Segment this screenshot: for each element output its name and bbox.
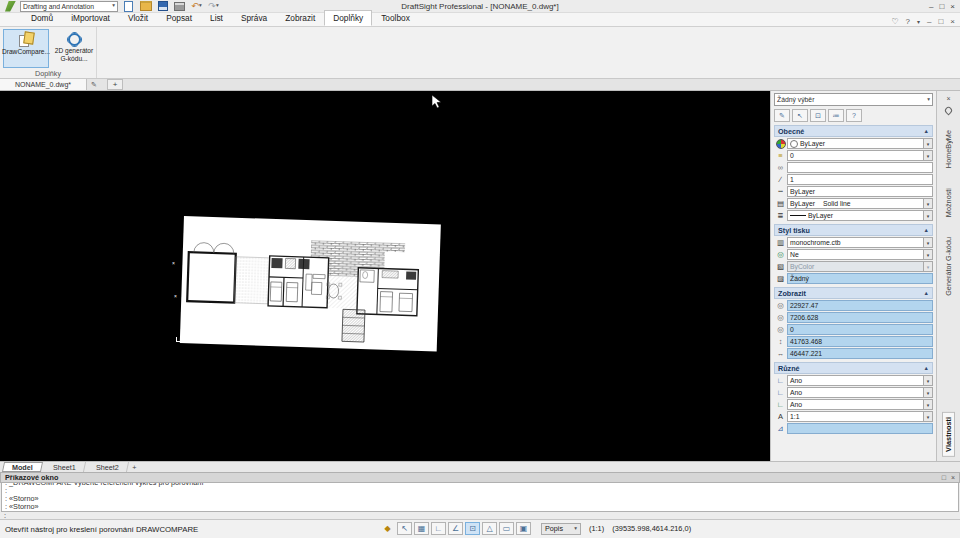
layer-dropdown[interactable]: 0 (787, 150, 933, 161)
palette-close-button[interactable]: × (943, 93, 955, 104)
sheet-tab-sheet2[interactable]: Sheet2 (86, 462, 128, 472)
section-print-style-header[interactable]: Styl tisku ▲ (774, 224, 933, 236)
annotation-scale-icon: A (774, 412, 787, 421)
collapse-arrow-icon: ▲ (924, 290, 929, 296)
section-general-header[interactable]: Obecné ▲ (774, 125, 933, 137)
line-pattern-value: ByLayer (808, 212, 833, 219)
drawcompare-button[interactable]: DrawCompare... (3, 29, 49, 68)
ribbon-tab-bar: Domů iMportovat Vložit Popsat List Správ… (0, 13, 960, 27)
chevron-down-icon: ▾ (574, 526, 577, 532)
annotation-scale-dropdown[interactable]: 1:1 (787, 411, 933, 422)
command-window-header[interactable]: Příkazové okno □ × (0, 472, 960, 483)
edit-annotation-button[interactable]: ✎ (774, 109, 790, 122)
tab-importovat[interactable]: iMportovat (62, 10, 119, 26)
row-hyperlink: ∞ (774, 162, 933, 173)
view-height-icon: ↕ (774, 337, 787, 346)
section-title: Styl tisku (778, 226, 810, 235)
doc-minimize-button[interactable]: – (927, 17, 931, 26)
printstyle-icon: ▧ (774, 262, 787, 271)
add-sheet-button[interactable]: + (127, 462, 141, 472)
section-misc: Různé ▲ ∟ Ano ∟ Ano ∟ Ano A 1:1 (774, 362, 933, 434)
restore-button[interactable]: □ (939, 2, 944, 11)
ucs-icon-origin-dropdown[interactable]: Ano (787, 387, 933, 398)
printstyle-attach-icon: ▨ (774, 274, 787, 283)
tab-homebyme[interactable]: HomeByMe (942, 125, 955, 173)
ribbon-collapse-icon[interactable]: ▾ (917, 18, 920, 25)
ucs-icon-on-dropdown[interactable]: Ano (787, 375, 933, 386)
sheet-tab-sheet1[interactable]: Sheet1 (44, 462, 86, 472)
palette-pin-button[interactable] (943, 104, 955, 115)
tab-sprava[interactable]: Správa (232, 10, 276, 26)
command-line: : (5, 487, 955, 495)
section-title: Zobrazit (778, 289, 806, 298)
tab-toolbox[interactable]: Toolbox (372, 10, 419, 26)
tab-doplnky[interactable]: Doplňky (324, 10, 372, 26)
lineweight-value: ByLayer (790, 200, 815, 207)
ucs-viewport-icon: ∟ (774, 400, 787, 409)
gcode-generator-button[interactable]: 2D generátor G-kódu... (51, 29, 97, 68)
ortho-toggle-icon[interactable]: ∟ (431, 522, 446, 535)
lineweight-display-toggle-icon[interactable]: ▭ (499, 522, 514, 535)
reference-cross-mark: × (172, 261, 175, 266)
sheet-tab-model[interactable]: Model (2, 462, 43, 472)
doc-close-button[interactable]: × (950, 17, 955, 26)
row-annotation-scale: A 1:1 (774, 411, 933, 422)
command-close-button[interactable]: × (951, 474, 955, 481)
select-entities-button[interactable]: ↖ (792, 109, 808, 122)
customize-list-button[interactable]: ≔ (828, 109, 844, 122)
grid-toggle-icon[interactable]: ▦ (414, 522, 429, 535)
command-history[interactable]: : _DRAWCOMPARE Vyberte referenční výkres… (1, 483, 959, 512)
tab-moznosti[interactable]: Možnosti (942, 183, 955, 222)
close-button[interactable]: × (950, 2, 955, 11)
tab-gcode-generator[interactable]: Generátor G-kódu (942, 232, 955, 301)
doc-restore-button[interactable]: □ (938, 17, 943, 26)
command-prompt-input[interactable]: : (0, 512, 960, 519)
document-tab-bar: NONAME_0.dwg* ✎ + (0, 79, 960, 91)
tab-vlastnosti[interactable]: Vlastnosti (942, 412, 955, 457)
printstyle-dropdown-disabled: ByColor (787, 261, 933, 272)
tab-domu[interactable]: Domů (22, 10, 62, 26)
line-pattern-dropdown[interactable]: ByLayer (787, 210, 933, 221)
pointer-snap-icon[interactable]: ↖ (397, 522, 412, 535)
snap-settings-icon[interactable]: ◆ (380, 522, 395, 535)
section-view-header[interactable]: Zobrazit ▲ (774, 287, 933, 299)
linetype-scale-input[interactable]: 1 (787, 174, 933, 185)
view-center-z-value: 0 (790, 326, 794, 333)
chevron-down-icon: ▾ (112, 3, 115, 9)
lineweight-dropdown[interactable]: ByLayerSolid line (787, 198, 933, 209)
selection-filter-dropdown[interactable]: Žádný výběr ▾ (774, 93, 933, 106)
view-height-value: 41763.468 (790, 338, 822, 345)
quick-select-button[interactable]: ⊡ (810, 109, 826, 122)
polar-toggle-icon[interactable]: ∠ (448, 522, 463, 535)
printstyle-attach-field[interactable]: Žádný (787, 273, 933, 284)
annotation-scale-dropdown[interactable]: Popis ▾ (541, 523, 581, 535)
document-tab-active[interactable]: NONAME_0.dwg* (0, 79, 87, 90)
ucs-per-viewport-value: Ano (790, 401, 802, 408)
minimize-button[interactable]: – (929, 2, 933, 11)
help-button[interactable]: ? (846, 109, 862, 122)
tab-zobrazit[interactable]: Zobrazit (276, 10, 324, 26)
command-line: : «Storno» (5, 503, 955, 511)
linetype-input[interactable]: ByLayer (787, 186, 933, 197)
pencil-icon[interactable]: ✎ (87, 79, 101, 90)
feedback-heart-icon[interactable]: ♡ (891, 17, 898, 26)
tab-vlozit[interactable]: Vložit (119, 10, 157, 26)
dynamic-input-toggle-icon[interactable]: ▣ (516, 522, 531, 535)
drawing-canvas[interactable]: × × (0, 91, 770, 461)
palette-toolbar: ✎ ↖ ⊡ ≔ ? (774, 109, 933, 122)
entity-snap-toggle-icon[interactable]: ⊡ (465, 522, 480, 535)
tab-list[interactable]: List (201, 10, 232, 26)
tab-popsat[interactable]: Popsat (157, 10, 201, 26)
line-color-dropdown[interactable]: ByLayer (787, 138, 933, 149)
section-view: Zobrazit ▲ ◎ 22927.47 ◎ 7206.628 ◎ 0 ↕ (774, 287, 933, 359)
ucs-per-viewport-dropdown[interactable]: Ano (787, 399, 933, 410)
section-misc-header[interactable]: Různé ▲ (774, 362, 933, 374)
printstyle-show-dropdown[interactable]: Ne (787, 249, 933, 260)
printstyle-table-dropdown[interactable]: monochrome.ctb (787, 237, 933, 248)
new-document-tab-button[interactable]: + (107, 79, 123, 90)
row-view-center-z: ◎ 0 (774, 324, 933, 335)
entity-track-toggle-icon[interactable]: △ (482, 522, 497, 535)
help-button[interactable]: ? (906, 17, 910, 26)
command-float-button[interactable]: □ (942, 474, 946, 481)
hyperlink-input[interactable] (787, 162, 933, 173)
